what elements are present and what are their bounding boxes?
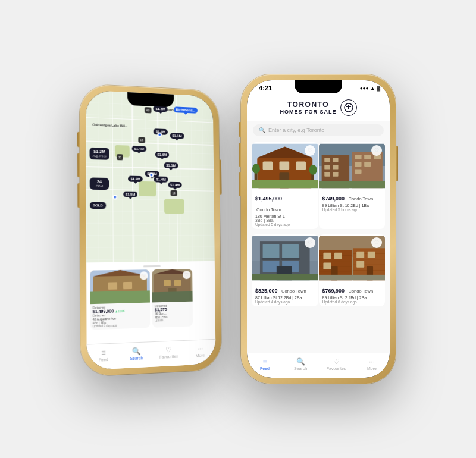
nav-feed-right[interactable]: ≡ Feed (247, 357, 283, 371)
listing-beds-1: 3Bd | 3Ba (255, 218, 315, 222)
listings-grid: ♡ $1,495,000 Condo Town 180 Merton St 1 … (247, 140, 390, 309)
favorite-btn-listing-2[interactable]: ♡ (371, 145, 382, 156)
listing-info-1: $1,495,000 Condo Town 180 Merton St 1 3B… (252, 190, 318, 229)
listing-screen: 4:21 ●●● ▲ ▓ TORONTO HOMES FOR SALE (247, 80, 390, 378)
mute-button[interactable] (77, 132, 80, 147)
search-bar[interactable]: 🔍 Enter a city, e.g Toronto (253, 124, 384, 136)
price-pin-5[interactable]: $1.6M (155, 152, 169, 158)
svg-rect-74 (356, 252, 364, 258)
nav-feed-left[interactable]: ≡ Feed (87, 347, 120, 362)
svg-rect-3 (108, 283, 117, 290)
svg-rect-35 (333, 158, 338, 162)
svg-rect-50 (263, 244, 280, 258)
map-number-14: 14 (171, 190, 177, 196)
listing-image-3: ♡ (252, 234, 318, 282)
svg-point-29 (309, 165, 317, 175)
svg-rect-72 (323, 262, 331, 269)
listing-price-2: $749,000 (322, 196, 345, 202)
price-pin-9[interactable]: $1.4M (154, 176, 168, 182)
svg-rect-55 (281, 258, 300, 260)
search-icon-left: 🔍 (132, 347, 141, 356)
svg-rect-46 (319, 181, 386, 188)
nav-search-right[interactable]: 🔍 Search (283, 357, 318, 371)
favorite-btn-listing-1[interactable]: ♡ (305, 145, 315, 156)
price-pin-6[interactable]: $1.5M (164, 162, 178, 168)
listing-card-1[interactable]: ♡ $1,495,000 Condo Town 180 Merton St 1 … (252, 142, 318, 229)
favorite-btn-listing-4[interactable]: ♡ (371, 237, 382, 248)
svg-rect-22 (279, 162, 289, 170)
nav-more-right[interactable]: ··· More (354, 357, 390, 371)
svg-point-27 (252, 164, 260, 174)
svg-rect-71 (334, 253, 342, 259)
listing-info-3: $825,000 Condo Town 87 Lillian St 12 2Bd… (252, 282, 318, 306)
svg-rect-11 (174, 280, 181, 286)
svg-rect-45 (355, 170, 361, 174)
svg-rect-13 (152, 291, 193, 303)
map-number-15: 15 (138, 137, 145, 143)
toronto-emblem (340, 99, 357, 116)
app-title-line2: HOMES FOR SALE (280, 109, 336, 115)
nav-favourites-left[interactable]: ♡ Favourites (152, 345, 184, 360)
property-change-1: ▲100K (115, 309, 125, 313)
feed-label-left: Feed (99, 357, 108, 362)
search-label-left: Search (130, 356, 143, 360)
svg-rect-38 (324, 172, 330, 176)
more-label-left: More (196, 353, 205, 357)
svg-rect-43 (355, 162, 361, 166)
price-pin-8[interactable]: $1.4M (128, 175, 142, 181)
listing-price-3: $825,000 (255, 288, 278, 294)
nav-search-left[interactable]: 🔍 Search (120, 346, 153, 361)
price-pin-11[interactable]: $1.5M (123, 192, 138, 197)
svg-rect-70 (323, 253, 331, 259)
listing-address-3: 87 Lillian St 12 2Bd | 2Ba (255, 296, 315, 300)
mute-button-right[interactable] (239, 122, 241, 137)
status-time-right: 4:21 (259, 84, 272, 92)
nav-favourites-right[interactable]: ♡ Favourites (318, 357, 354, 371)
property-card-strip: ♡ Detached $1,499,000 ▲100K Detached 42 … (86, 269, 215, 330)
nav-more-left[interactable]: ··· More (184, 344, 216, 358)
property-image-2: ♡ (152, 269, 192, 302)
map-background[interactable]: Oak Ridges Lake Wil... Aurora Richmond..… (86, 90, 215, 271)
wifi-icon: ▲ (370, 86, 375, 91)
right-phone-screen: 4:21 ●●● ▲ ▓ TORONTO HOMES FOR SALE (247, 80, 390, 378)
svg-rect-23 (296, 162, 306, 170)
avg-price-box: $1.2MAvg. Price (90, 148, 109, 160)
favorite-btn-listing-3[interactable]: ♡ (305, 237, 315, 248)
price-pin-4[interactable]: $1.4M (132, 145, 146, 152)
feed-icon-right: ≡ (262, 357, 267, 366)
price-pin-3[interactable]: $1.3M (170, 133, 184, 139)
listing-header: TORONTO HOMES FOR SALE (247, 96, 390, 121)
svg-rect-54 (262, 258, 281, 260)
listing-card-4[interactable]: ♡ $769,900 Condo Town 89 Lillian St 2 2B… (319, 234, 386, 306)
power-button-right[interactable] (396, 146, 398, 181)
svg-rect-76 (356, 261, 364, 268)
volume-down-button[interactable] (77, 183, 80, 208)
left-phone-screen: Oak Ridges Lake Wil... Aurora Richmond..… (86, 90, 216, 371)
green-area-3 (164, 199, 184, 214)
price-pin-10[interactable]: $1.4M (168, 181, 182, 187)
property-image-1: ♡ (90, 269, 150, 304)
svg-rect-21 (263, 162, 273, 170)
property-card-2[interactable]: ♡ Detached $1,575 36 Bon... 4Bd | 5Ba Up… (152, 269, 193, 328)
volume-down-button-right[interactable] (239, 172, 241, 196)
price-pin-richmond[interactable]: Richmond... (174, 106, 198, 113)
svg-rect-4 (123, 282, 132, 289)
svg-rect-10 (164, 280, 171, 286)
left-bottom-nav: ≡ Feed 🔍 Search ♡ Favourites ··· More (87, 339, 216, 370)
property-card-1[interactable]: ♡ Detached $1,499,000 ▲100K Detached 42 … (90, 269, 150, 330)
map-number-40: 40 (145, 107, 151, 113)
title-row: TORONTO HOMES FOR SALE (280, 99, 356, 116)
listing-updated-3: Updated 4 days ago (255, 300, 315, 304)
search-icon-nav-right: 🔍 (296, 357, 305, 366)
right-phone: 4:21 ●●● ▲ ▓ TORONTO HOMES FOR SALE (241, 74, 396, 384)
power-button[interactable] (219, 159, 221, 194)
search-icon-right: 🔍 (259, 127, 265, 133)
listing-card-3[interactable]: ♡ $825,000 Condo Town 87 Lillian St 12 2… (252, 234, 318, 306)
volume-up-button[interactable] (77, 153, 80, 177)
sold-badge: SOLD (90, 202, 106, 209)
volume-up-button-right[interactable] (239, 143, 241, 167)
svg-rect-51 (282, 244, 299, 258)
drag-handle[interactable] (143, 265, 161, 267)
listing-card-2[interactable]: ♡ $749,000 Condo Town 89 Lillian St 16 2… (319, 142, 386, 229)
listing-address-1: 180 Merton St 1 (255, 214, 315, 218)
